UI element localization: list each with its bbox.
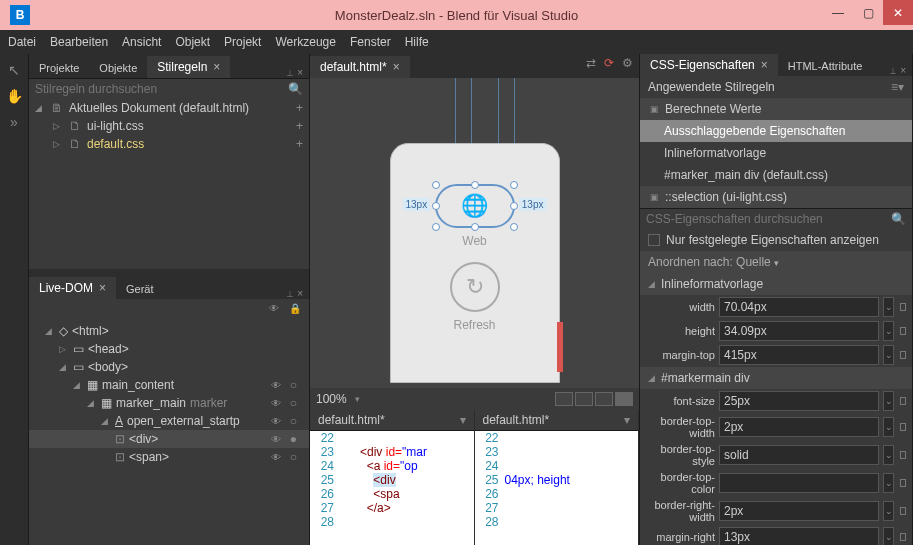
close-panel-icon[interactable]: × [297,67,303,78]
dom-html[interactable]: ◢◇<html> [29,322,309,340]
close-icon[interactable]: × [761,58,768,72]
more-tools-icon[interactable]: » [10,114,18,130]
dom-div-selected[interactable]: ⊡<div>👁● [29,430,309,448]
sort-row[interactable]: Anordnen nach: Quelle ▾ [640,251,912,273]
group-inline[interactable]: ◢Inlineformatvorlage [640,273,912,295]
minimize-button[interactable]: — [823,0,853,25]
close-button[interactable]: ✕ [883,0,913,25]
menu-werkzeuge[interactable]: Werkzeuge [275,35,335,49]
tree-item-uilight[interactable]: ▷ 🗋 ui-light.css + [29,117,309,135]
pin-icon[interactable]: ⟂ [890,65,896,76]
property-marker-icon[interactable] [900,451,906,459]
eye-icon[interactable]: 👁 [271,434,281,445]
rule-computed[interactable]: ▣Berechnete Werte [640,98,912,120]
only-set-row[interactable]: Nur festgelegte Eigenschaften anzeigen [640,229,912,251]
settings-icon[interactable]: ⚙ [622,56,633,70]
prop-value-input[interactable] [719,445,879,465]
prop-value-input[interactable] [719,501,879,521]
dom-openexternal[interactable]: ◢Aopen_external_startp👁○ [29,412,309,430]
chevron-down-icon[interactable]: ⌄ [883,527,894,545]
add-icon[interactable]: + [296,101,303,115]
eye-icon[interactable]: 👁 [271,398,281,409]
code-left[interactable]: 22 23 <div id="mar 24 <a id="op 25 <div … [310,431,474,545]
tree-item-default[interactable]: ▷ 🗋 default.css + [29,135,309,153]
tab-livedom[interactable]: Live-DOM× [29,277,116,299]
marker-dot-icon[interactable]: ● [290,432,297,446]
prop-value-input[interactable] [719,297,879,317]
selection-box[interactable]: 🌐 13px 13px [435,184,515,228]
chevron-down-icon[interactable]: ▾ [624,413,630,427]
tree-root[interactable]: ◢ 🗎 Aktuelles Dokument (default.html) + [29,99,309,117]
close-icon[interactable]: × [99,281,106,295]
prop-value-input[interactable] [719,417,879,437]
chevron-down-icon[interactable]: ▾ [460,413,466,427]
dom-body[interactable]: ◢▭<body> [29,358,309,376]
chevron-down-icon[interactable]: ⌄ [883,417,894,437]
chevron-down-icon[interactable]: ⌄ [883,473,894,493]
tab-objekte[interactable]: Objekte [89,58,147,78]
prop-value-input[interactable] [719,527,879,545]
pin-icon[interactable]: ⟂ [287,67,293,78]
dom-span[interactable]: ⊡<span>👁○ [29,448,309,466]
add-icon[interactable]: + [296,137,303,151]
rule-inline[interactable]: Inlineformatvorlage [640,142,912,164]
menu-hilfe[interactable]: Hilfe [405,35,429,49]
refresh-icon[interactable]: ⟳ [604,56,614,70]
zoom-value[interactable]: 100% [316,392,347,406]
view-mode-3[interactable] [595,392,613,406]
doc-tab-default[interactable]: default.html*× [310,56,410,78]
property-marker-icon[interactable] [900,303,906,311]
prop-search-input[interactable] [646,212,891,226]
chevron-down-icon[interactable]: ⌄ [883,445,894,465]
rule-decisive[interactable]: Ausschlaggebende Eigenschaften [640,120,912,142]
property-marker-icon[interactable] [900,533,906,541]
eye-icon[interactable]: 👁 [271,380,281,391]
property-marker-icon[interactable] [900,327,906,335]
prop-value-input[interactable] [719,345,879,365]
marker-dot-icon[interactable]: ○ [290,396,297,410]
menu-projekt[interactable]: Projekt [224,35,261,49]
view-mode-4[interactable] [615,392,633,406]
chevron-down-icon[interactable]: ⌄ [883,297,894,317]
menu-objekt[interactable]: Objekt [175,35,210,49]
property-marker-icon[interactable] [900,397,906,405]
view-mode-1[interactable] [555,392,573,406]
menu-bearbeiten[interactable]: Bearbeiten [50,35,108,49]
eye-icon[interactable]: 👁 [271,416,281,427]
marker-dot-icon[interactable]: ○ [290,378,297,392]
property-marker-icon[interactable] [900,351,906,359]
dom-head[interactable]: ▷▭<head> [29,340,309,358]
search-icon[interactable]: 🔍 [288,82,303,96]
design-canvas[interactable]: ⮜ ⮞ ▦ 🌐 13 [310,78,639,388]
maximize-button[interactable]: ▢ [853,0,883,25]
sync-icon[interactable]: ⇄ [586,56,596,70]
prop-value-input[interactable] [719,391,879,411]
code-right[interactable]: 22 23 24 2504px; height 26 27 28 [475,431,639,545]
editor-tab-label[interactable]: default.html* [318,413,385,427]
chevron-down-icon[interactable]: ⌄ [883,501,894,521]
menu-fenster[interactable]: Fenster [350,35,391,49]
rule-marker[interactable]: #marker_main div (default.css) [640,164,912,186]
view-mode-2[interactable] [575,392,593,406]
tab-stilregeln[interactable]: Stilregeln× [147,56,230,78]
chevron-down-icon[interactable]: ⌄ [883,391,894,411]
property-marker-icon[interactable] [900,479,906,487]
tab-css-props[interactable]: CSS-Eigenschaften× [640,54,778,76]
tab-geraet[interactable]: Gerät [116,279,164,299]
style-search-input[interactable] [35,82,288,96]
dom-maincontent[interactable]: ◢▦main_content👁○ [29,376,309,394]
close-panel-icon[interactable]: × [297,288,303,299]
editor-tab-label[interactable]: default.html* [483,413,550,427]
close-icon[interactable]: × [393,60,400,74]
pin-icon[interactable]: ⟂ [287,288,293,299]
dom-markermain[interactable]: ◢▦marker_main marker👁○ [29,394,309,412]
rule-selection[interactable]: ▣::selection (ui-light.css) [640,186,912,208]
rules-menu-icon[interactable]: ≡▾ [891,80,904,94]
search-icon[interactable]: 🔍 [891,212,906,226]
tab-projekte[interactable]: Projekte [29,58,89,78]
eye-icon[interactable]: 👁 [271,452,281,463]
group-marker[interactable]: ◢#markermain div [640,367,912,389]
property-marker-icon[interactable] [900,507,906,515]
prop-value-input[interactable] [719,473,879,493]
pointer-tool-icon[interactable]: ↖ [8,62,20,78]
